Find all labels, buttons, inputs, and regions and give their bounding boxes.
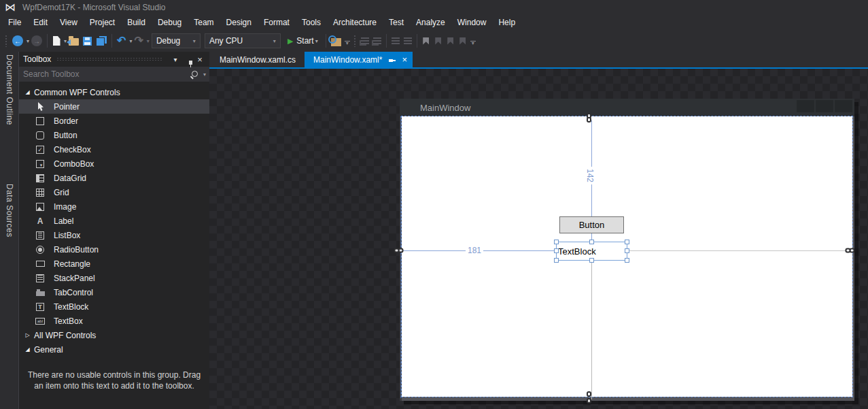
save-all-icon (96, 36, 107, 46)
menu-file[interactable]: File (2, 16, 27, 29)
toolbox-item-button[interactable]: Button (19, 128, 209, 142)
toolbox-item-textblock[interactable]: TextBlock (19, 299, 209, 314)
debug-config-select[interactable]: Debug (152, 33, 201, 48)
menu-design[interactable]: Design (220, 16, 258, 29)
resize-handle[interactable] (554, 240, 559, 244)
designed-textblock-control[interactable]: TextBlock (556, 242, 627, 261)
resize-handle[interactable] (625, 258, 629, 263)
menu-architecture[interactable]: Architecture (327, 16, 383, 29)
combobox-icon (35, 159, 46, 169)
undo-button[interactable] (115, 33, 128, 49)
tab-mainwindow-xaml[interactable]: MainWindow.xaml* (305, 52, 413, 67)
redo-dropdown[interactable] (147, 38, 150, 44)
toolbar-grip[interactable] (5, 35, 8, 47)
designed-button-control[interactable]: Button (559, 216, 624, 233)
start-dropdown[interactable] (315, 38, 318, 44)
redo-button[interactable] (132, 33, 145, 49)
menu-edit[interactable]: Edit (27, 16, 54, 29)
anchor-bottom-open-icon[interactable] (587, 391, 591, 404)
uncomment-button[interactable] (371, 33, 383, 49)
toggle-bookmark-button[interactable] (420, 33, 432, 49)
design-surface[interactable]: 181 142 Button TextBlock (402, 116, 852, 397)
tab-mainwindow-xaml-cs[interactable]: MainWindow.xaml.cs (211, 52, 305, 67)
toolbox-item-textbox[interactable]: TextBox (19, 314, 209, 328)
tab-data-sources[interactable]: Data Sources (5, 181, 14, 240)
open-file-button[interactable] (67, 33, 81, 49)
toolbox-item-tabcontrol[interactable]: TabControl (19, 285, 209, 299)
toolbox-item-checkbox[interactable]: CheckBox (19, 142, 209, 157)
save-all-button[interactable] (94, 33, 109, 49)
pin-tab-icon[interactable] (388, 56, 396, 64)
toolbox-item-image[interactable]: Image (19, 199, 209, 214)
next-bookmark-button[interactable] (445, 33, 457, 49)
anchor-top-icon[interactable] (587, 113, 591, 122)
menu-help[interactable]: Help (492, 16, 521, 29)
toolbox-item-grid[interactable]: Grid (19, 185, 209, 199)
group-all-wpf-controls[interactable]: All WPF Controls (19, 328, 209, 342)
resize-handle[interactable] (554, 248, 559, 253)
save-button[interactable] (81, 33, 94, 49)
menu-format[interactable]: Format (258, 16, 296, 29)
right-guide-line (627, 250, 851, 251)
toolbox-drag-texture[interactable] (56, 57, 163, 61)
close-icon[interactable] (194, 54, 205, 65)
search-options-dropdown[interactable] (200, 71, 209, 78)
preview-window-titlebar[interactable]: MainWindow (400, 99, 854, 116)
toolbox-item-combobox[interactable]: ComboBox (19, 157, 209, 171)
save-icon (83, 37, 92, 46)
menu-test[interactable]: Test (383, 16, 410, 29)
search-icon[interactable] (190, 69, 200, 80)
comment-out-button[interactable] (359, 33, 371, 49)
menu-window[interactable]: Window (451, 16, 493, 29)
find-in-solution-button[interactable] (329, 33, 343, 49)
clear-bookmarks-button[interactable] (457, 33, 469, 49)
textblock-icon (35, 301, 46, 312)
toolbox-item-pointer[interactable]: Pointer (19, 99, 209, 114)
resize-handle[interactable] (589, 240, 594, 244)
toolbox-item-border[interactable]: Border (19, 114, 209, 128)
open-folder-icon (69, 38, 79, 46)
menu-analyze[interactable]: Analyze (410, 16, 451, 29)
tab-label: MainWindow.xaml* (313, 55, 382, 65)
toolbar-separator (326, 34, 326, 48)
toolbox-item-rectangle[interactable]: Rectangle (19, 257, 209, 271)
search-input[interactable] (19, 69, 190, 79)
navigate-back-button[interactable] (10, 33, 25, 49)
increase-indent-button[interactable] (402, 33, 414, 49)
toolbox-item-listbox[interactable]: ListBox (19, 228, 209, 242)
anchor-right-icon[interactable] (846, 248, 855, 253)
menu-debug[interactable]: Debug (152, 16, 188, 29)
anchor-left-icon[interactable] (394, 248, 404, 253)
menu-team[interactable]: Team (188, 16, 220, 29)
window-position-menu-icon[interactable] (170, 56, 181, 63)
resize-handle[interactable] (589, 258, 594, 263)
toolbox-item-radiobutton[interactable]: RadioButton (19, 242, 209, 257)
group-common-wpf-controls[interactable]: Common WPF Controls (19, 85, 209, 99)
menu-tools[interactable]: Tools (296, 16, 327, 29)
decrease-indent-button[interactable] (389, 33, 402, 49)
design-preview-window[interactable]: MainWindow 181 (400, 99, 854, 401)
menu-project[interactable]: Project (84, 16, 121, 29)
navigate-forward-button[interactable] (29, 33, 44, 49)
toolbox-item-datagrid[interactable]: DataGrid (19, 171, 209, 185)
toolbar-overflow-button[interactable] (345, 41, 350, 45)
platform-select[interactable]: Any CPU (205, 33, 281, 48)
toolbox-item-label[interactable]: Label (19, 214, 209, 228)
bookmarks-overflow-button[interactable] (470, 41, 476, 45)
menu-view[interactable]: View (54, 16, 84, 29)
start-label: Start (296, 36, 313, 46)
tab-document-outline[interactable]: Document Outline (5, 52, 14, 128)
xaml-designer-canvas[interactable]: MainWindow 181 (209, 69, 868, 409)
close-tab-icon[interactable] (402, 55, 407, 64)
start-debugging-button[interactable]: Start (288, 36, 318, 46)
menu-build[interactable]: Build (121, 16, 152, 29)
new-file-button[interactable] (50, 33, 63, 49)
resize-handle[interactable] (625, 240, 629, 244)
toolbox-item-stackpanel[interactable]: StackPanel (19, 271, 209, 285)
group-general[interactable]: General (19, 342, 209, 357)
find-in-solution-icon (331, 38, 341, 46)
toolbar-grip[interactable] (353, 35, 357, 47)
resize-handle[interactable] (554, 258, 559, 263)
previous-bookmark-button[interactable] (432, 33, 445, 49)
resize-handle[interactable] (625, 248, 629, 253)
